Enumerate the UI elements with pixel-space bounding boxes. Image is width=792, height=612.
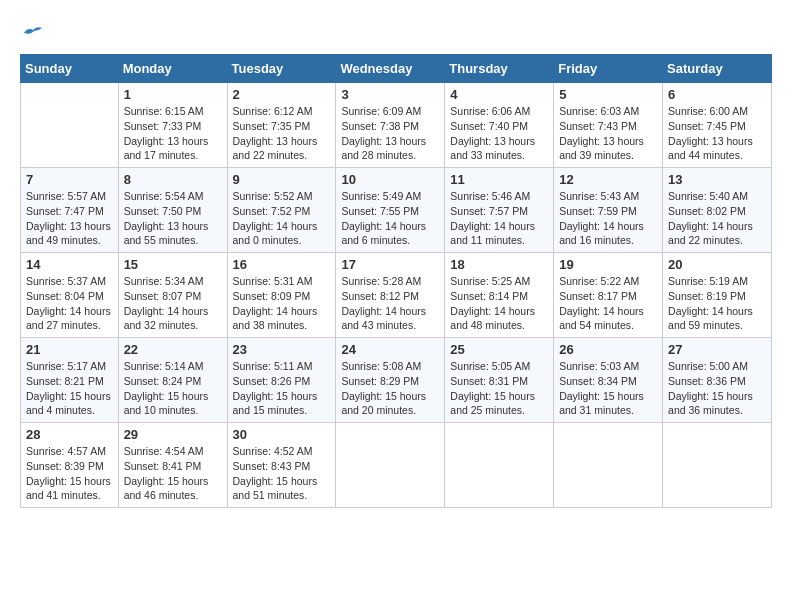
day-info: Sunrise: 5:08 AMSunset: 8:29 PMDaylight:… [341,359,439,418]
day-info: Sunrise: 6:03 AMSunset: 7:43 PMDaylight:… [559,104,657,163]
calendar-cell: 14Sunrise: 5:37 AMSunset: 8:04 PMDayligh… [21,253,119,338]
day-info: Sunrise: 5:00 AMSunset: 8:36 PMDaylight:… [668,359,766,418]
calendar-cell: 24Sunrise: 5:08 AMSunset: 8:29 PMDayligh… [336,338,445,423]
day-info: Sunrise: 6:12 AMSunset: 7:35 PMDaylight:… [233,104,331,163]
day-number: 24 [341,342,439,357]
day-info: Sunrise: 5:54 AMSunset: 7:50 PMDaylight:… [124,189,222,248]
calendar-cell: 27Sunrise: 5:00 AMSunset: 8:36 PMDayligh… [663,338,772,423]
day-number: 26 [559,342,657,357]
day-info: Sunrise: 4:52 AMSunset: 8:43 PMDaylight:… [233,444,331,503]
day-number: 18 [450,257,548,272]
calendar-cell: 30Sunrise: 4:52 AMSunset: 8:43 PMDayligh… [227,423,336,508]
day-number: 21 [26,342,113,357]
calendar-cell: 23Sunrise: 5:11 AMSunset: 8:26 PMDayligh… [227,338,336,423]
calendar-cell: 9Sunrise: 5:52 AMSunset: 7:52 PMDaylight… [227,168,336,253]
calendar-week-row: 28Sunrise: 4:57 AMSunset: 8:39 PMDayligh… [21,423,772,508]
calendar-cell: 22Sunrise: 5:14 AMSunset: 8:24 PMDayligh… [118,338,227,423]
page: SundayMondayTuesdayWednesdayThursdayFrid… [0,0,792,518]
day-number: 11 [450,172,548,187]
day-number: 27 [668,342,766,357]
day-number: 23 [233,342,331,357]
weekday-header-monday: Monday [118,55,227,83]
day-number: 8 [124,172,222,187]
day-number: 22 [124,342,222,357]
day-info: Sunrise: 5:22 AMSunset: 8:17 PMDaylight:… [559,274,657,333]
calendar-cell [554,423,663,508]
day-number: 10 [341,172,439,187]
calendar-week-row: 21Sunrise: 5:17 AMSunset: 8:21 PMDayligh… [21,338,772,423]
calendar-cell: 1Sunrise: 6:15 AMSunset: 7:33 PMDaylight… [118,83,227,168]
calendar-cell [663,423,772,508]
day-info: Sunrise: 6:00 AMSunset: 7:45 PMDaylight:… [668,104,766,163]
calendar-cell: 6Sunrise: 6:00 AMSunset: 7:45 PMDaylight… [663,83,772,168]
day-info: Sunrise: 5:03 AMSunset: 8:34 PMDaylight:… [559,359,657,418]
day-info: Sunrise: 5:19 AMSunset: 8:19 PMDaylight:… [668,274,766,333]
day-number: 6 [668,87,766,102]
calendar-cell: 28Sunrise: 4:57 AMSunset: 8:39 PMDayligh… [21,423,119,508]
calendar-cell: 4Sunrise: 6:06 AMSunset: 7:40 PMDaylight… [445,83,554,168]
calendar-cell: 3Sunrise: 6:09 AMSunset: 7:38 PMDaylight… [336,83,445,168]
day-info: Sunrise: 5:11 AMSunset: 8:26 PMDaylight:… [233,359,331,418]
calendar-cell: 17Sunrise: 5:28 AMSunset: 8:12 PMDayligh… [336,253,445,338]
day-info: Sunrise: 5:25 AMSunset: 8:14 PMDaylight:… [450,274,548,333]
day-number: 4 [450,87,548,102]
calendar-cell: 20Sunrise: 5:19 AMSunset: 8:19 PMDayligh… [663,253,772,338]
calendar-cell: 10Sunrise: 5:49 AMSunset: 7:55 PMDayligh… [336,168,445,253]
header [20,20,772,44]
day-info: Sunrise: 5:52 AMSunset: 7:52 PMDaylight:… [233,189,331,248]
day-info: Sunrise: 5:34 AMSunset: 8:07 PMDaylight:… [124,274,222,333]
weekday-header-tuesday: Tuesday [227,55,336,83]
day-info: Sunrise: 4:57 AMSunset: 8:39 PMDaylight:… [26,444,113,503]
calendar-cell: 2Sunrise: 6:12 AMSunset: 7:35 PMDaylight… [227,83,336,168]
day-info: Sunrise: 5:43 AMSunset: 7:59 PMDaylight:… [559,189,657,248]
day-info: Sunrise: 5:37 AMSunset: 8:04 PMDaylight:… [26,274,113,333]
day-info: Sunrise: 5:14 AMSunset: 8:24 PMDaylight:… [124,359,222,418]
calendar-table: SundayMondayTuesdayWednesdayThursdayFrid… [20,54,772,508]
logo-text [20,20,44,44]
calendar-cell: 25Sunrise: 5:05 AMSunset: 8:31 PMDayligh… [445,338,554,423]
weekday-header-sunday: Sunday [21,55,119,83]
day-number: 9 [233,172,331,187]
calendar-week-row: 7Sunrise: 5:57 AMSunset: 7:47 PMDaylight… [21,168,772,253]
calendar-cell: 8Sunrise: 5:54 AMSunset: 7:50 PMDaylight… [118,168,227,253]
calendar-cell [21,83,119,168]
calendar-week-row: 1Sunrise: 6:15 AMSunset: 7:33 PMDaylight… [21,83,772,168]
day-number: 12 [559,172,657,187]
calendar-cell: 13Sunrise: 5:40 AMSunset: 8:02 PMDayligh… [663,168,772,253]
day-info: Sunrise: 6:06 AMSunset: 7:40 PMDaylight:… [450,104,548,163]
day-info: Sunrise: 5:40 AMSunset: 8:02 PMDaylight:… [668,189,766,248]
day-number: 1 [124,87,222,102]
weekday-header-saturday: Saturday [663,55,772,83]
bird-icon [22,25,44,41]
calendar-week-row: 14Sunrise: 5:37 AMSunset: 8:04 PMDayligh… [21,253,772,338]
calendar-cell: 21Sunrise: 5:17 AMSunset: 8:21 PMDayligh… [21,338,119,423]
day-number: 14 [26,257,113,272]
day-info: Sunrise: 5:46 AMSunset: 7:57 PMDaylight:… [450,189,548,248]
day-number: 28 [26,427,113,442]
weekday-header-thursday: Thursday [445,55,554,83]
day-info: Sunrise: 5:49 AMSunset: 7:55 PMDaylight:… [341,189,439,248]
day-number: 3 [341,87,439,102]
day-number: 7 [26,172,113,187]
day-number: 13 [668,172,766,187]
day-number: 2 [233,87,331,102]
day-number: 5 [559,87,657,102]
day-number: 25 [450,342,548,357]
day-info: Sunrise: 5:17 AMSunset: 8:21 PMDaylight:… [26,359,113,418]
calendar-cell: 29Sunrise: 4:54 AMSunset: 8:41 PMDayligh… [118,423,227,508]
day-number: 19 [559,257,657,272]
calendar-cell: 16Sunrise: 5:31 AMSunset: 8:09 PMDayligh… [227,253,336,338]
day-info: Sunrise: 4:54 AMSunset: 8:41 PMDaylight:… [124,444,222,503]
calendar-cell: 19Sunrise: 5:22 AMSunset: 8:17 PMDayligh… [554,253,663,338]
day-info: Sunrise: 5:28 AMSunset: 8:12 PMDaylight:… [341,274,439,333]
day-number: 17 [341,257,439,272]
day-info: Sunrise: 6:09 AMSunset: 7:38 PMDaylight:… [341,104,439,163]
day-info: Sunrise: 5:05 AMSunset: 8:31 PMDaylight:… [450,359,548,418]
day-info: Sunrise: 5:31 AMSunset: 8:09 PMDaylight:… [233,274,331,333]
day-info: Sunrise: 5:57 AMSunset: 7:47 PMDaylight:… [26,189,113,248]
weekday-header-row: SundayMondayTuesdayWednesdayThursdayFrid… [21,55,772,83]
calendar-cell: 5Sunrise: 6:03 AMSunset: 7:43 PMDaylight… [554,83,663,168]
day-info: Sunrise: 6:15 AMSunset: 7:33 PMDaylight:… [124,104,222,163]
day-number: 20 [668,257,766,272]
day-number: 16 [233,257,331,272]
